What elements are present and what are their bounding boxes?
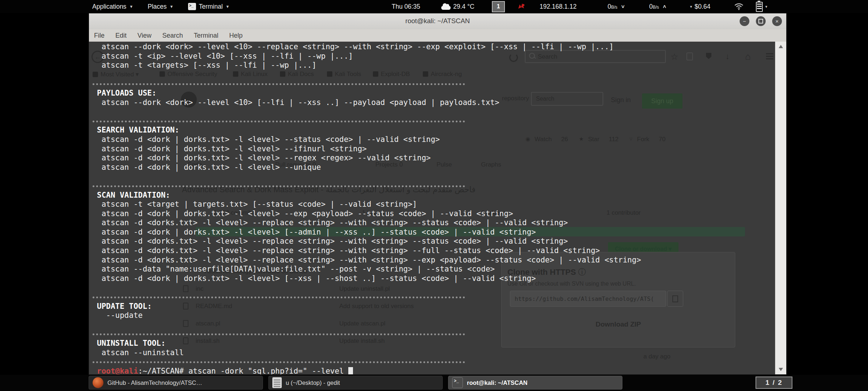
terminal-line (97, 181, 775, 191)
scroll-down-icon (779, 368, 783, 371)
firefox-icon (93, 377, 103, 388)
menubar-item-file[interactable]: File (94, 32, 105, 39)
ip-indicator[interactable]: 192.168.1.12 (540, 0, 576, 13)
terminal-line (97, 283, 775, 293)
terminal-line: atscan --data "name:userfile[DATA]value:… (97, 265, 775, 274)
kali-dragon-icon (517, 2, 526, 11)
net-up-unit: B/s (653, 5, 659, 10)
chevron-down-icon: ▼ (226, 4, 230, 9)
chevron-down-icon: ▼ (129, 4, 133, 9)
terminal-line: atscan -t <targets> [--xss | --lfi | --w… (97, 61, 775, 70)
terminal-line: atscan --dork <dork> --level <10> --repl… (97, 42, 775, 52)
taskbar-item-label: root@kali: ~/ATSCAN (467, 379, 528, 386)
terminal-line: atscan -d <dork | dorks.txt> -l <level> … (97, 154, 775, 163)
terminal-line: atscan -t <ip> --level <10> [--xss | --l… (97, 52, 775, 61)
workspace-indicator[interactable]: 1 (492, 0, 505, 13)
separator-line (93, 333, 465, 335)
taskbar-item-1[interactable]: GitHub - AlisamTechnology/ATSC… (89, 376, 263, 390)
separator-line (93, 121, 465, 122)
terminal-line: SCAN VALIDATION: (97, 191, 775, 200)
applications-menu-label: Applications (92, 3, 126, 10)
clock[interactable]: Thu 06:35 (392, 0, 420, 13)
net-up-value: 0 (649, 3, 653, 10)
net-download[interactable]: 0B/s ˅ (608, 0, 625, 13)
terminal-output: atscan --dork <dork> --level <10> --repl… (89, 42, 775, 374)
terminal-line: atscan -t <target | targets.txt> [--stat… (97, 200, 775, 209)
terminal-line: atscan -d <dork | dorks.txt> -l <level> … (97, 144, 775, 154)
applications-menu[interactable]: Applications ▼ (92, 3, 133, 10)
separator-line (93, 83, 465, 85)
terminal-cursor (348, 367, 353, 374)
net-down-unit: B/s (611, 5, 617, 10)
wifi-indicator[interactable] (734, 0, 744, 13)
minimize-button[interactable]: − (740, 16, 749, 26)
temperature-label: 29.4 °C (453, 3, 475, 10)
scroll-up-icon (779, 45, 783, 48)
menubar-item-terminal[interactable]: Terminal (194, 32, 218, 39)
weather-applet[interactable]: 29.4 °C (441, 0, 475, 13)
terminal-line: --update (97, 311, 775, 320)
terminal-window: root@kali: ~/ATSCAN − × FileEditViewSear… (89, 13, 787, 375)
terminal-line: atscan --uninstall (97, 348, 775, 358)
desktop: Applications ▼ Places ▼ Terminal ▼ Thu 0… (0, 0, 868, 391)
menubar-item-help[interactable]: Help (229, 32, 243, 39)
top-panel: Applications ▼ Places ▼ Terminal ▼ Thu 0… (0, 0, 868, 13)
net-upload[interactable]: 0B/s ˄ (649, 0, 666, 13)
terminal-line: PAYLOADS USE: (97, 89, 775, 98)
menu-bar: FileEditViewSearchTerminalHelp (89, 29, 786, 42)
terminal-line (97, 70, 775, 80)
chevron-down-icon: ▼ (170, 4, 174, 9)
ticker-applet[interactable]: ▾ $0.64 (690, 0, 710, 13)
terminal-icon (452, 377, 463, 388)
wifi-icon (734, 3, 744, 10)
terminal-line: atscan -d <dork | dorks.txt> -l <level> … (97, 163, 775, 172)
terminal-scrollbar[interactable] (775, 42, 786, 374)
places-menu[interactable]: Places ▼ (148, 3, 173, 10)
terminal-line: atscan -d <dorks.txt> -l <level> --repla… (97, 246, 775, 256)
terminal-menu[interactable]: Terminal ▼ (188, 3, 230, 10)
prompt-user: root@kali (97, 367, 138, 374)
terminal-line (97, 357, 775, 367)
terminal-line: atscan -d <dork | dorks.txt> -l <level> … (97, 209, 775, 219)
terminal-line: UNINSTALL TOOL: (97, 339, 775, 348)
terminal-line: atscan -d <dork | dorks.txt> -l <level> … (97, 274, 775, 283)
menubar-item-search[interactable]: Search (162, 32, 183, 39)
taskbar-item-label: GitHub - AlisamTechnology/ATSC… (107, 379, 202, 386)
workspace-pager[interactable]: 1 / 2 (756, 377, 792, 389)
terminal-line (97, 107, 775, 117)
close-button[interactable]: × (772, 16, 782, 26)
terminal-line (97, 79, 775, 89)
battery-icon (756, 2, 763, 12)
workspace-number: 1 (492, 1, 505, 12)
terminal-line: SEARCH VALIDATION: (97, 126, 775, 135)
terminal-line (97, 320, 775, 330)
menubar-item-edit[interactable]: Edit (115, 32, 127, 39)
terminal-line: atscan -d <dork | dorks.txt> -l <level> … (97, 228, 775, 237)
terminal-prompt-line: root@kali:~/ATSCAN# atscan -dork "sql.ph… (97, 367, 775, 374)
clock-label: Thu 06:35 (392, 3, 420, 10)
places-menu-label: Places (148, 3, 167, 10)
taskbar-item-3[interactable]: root@kali: ~/ATSCAN (448, 376, 622, 390)
battery-indicator[interactable]: ▾ (756, 0, 767, 13)
prompt-command: atscan -dork "sql.php?id=" --level (184, 367, 348, 374)
net-down-value: 0 (608, 3, 611, 10)
taskbar-item-2[interactable]: u (~/Desktop) - gedit (268, 376, 443, 390)
separator-line (93, 185, 465, 187)
separator-line (93, 297, 465, 298)
terminal-line: atscan -d <dorks.txt> -l <level> --repla… (97, 256, 775, 265)
window-title: root@kali: ~/ATSCAN (89, 17, 786, 25)
menubar-item-view[interactable]: View (137, 32, 152, 39)
maximize-button[interactable] (756, 16, 766, 26)
kali-notifier[interactable] (517, 0, 526, 13)
terminal-menu-label: Terminal (199, 3, 223, 10)
terminal-line (97, 172, 775, 181)
terminal-line (97, 329, 775, 339)
gedit-icon (272, 377, 282, 388)
terminal-line: atscan -d <dorks.txt> -l <level> --repla… (97, 218, 775, 228)
up-arrow-icon: ˄ (663, 4, 666, 10)
taskbar-item-label: u (~/Desktop) - gedit (286, 379, 340, 386)
terminal-line (97, 293, 775, 302)
terminal-content[interactable]: ← Search ☆ ↓ ⌂ Most Visited ▾Offensive S… (89, 42, 786, 374)
titlebar[interactable]: root@kali: ~/ATSCAN − × (89, 13, 786, 30)
ticker-value: $0.64 (695, 3, 711, 10)
